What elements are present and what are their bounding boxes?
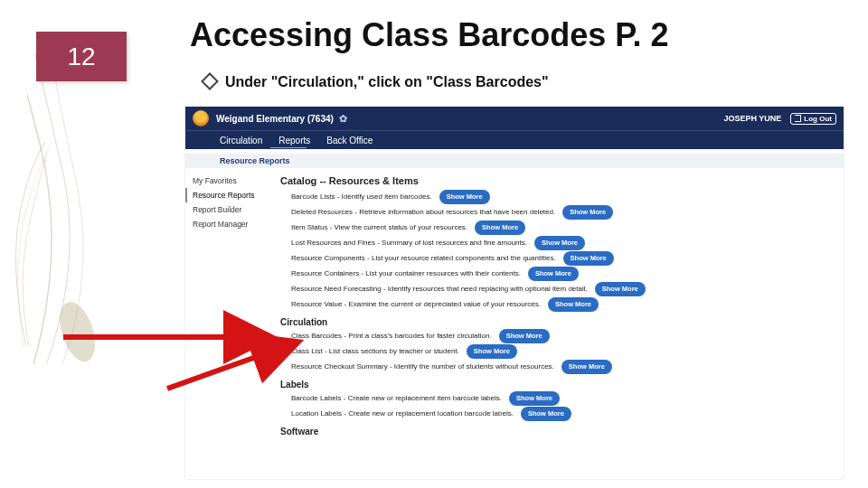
app-sidebar: My Favorites Resource Reports Report Bui… — [185, 174, 272, 231]
report-link[interactable]: Item Status - View the current status of… — [291, 221, 467, 234]
app-screenshot: Weigand Elementary (7634) ✿ JOSEPH YUNE … — [185, 107, 844, 479]
report-link-class-barcodes[interactable]: Class Barcodes - Print a class's barcode… — [291, 330, 492, 343]
report-row: Barcode Labels - Create new or replaceme… — [291, 391, 838, 406]
bullet-diamond-icon — [201, 72, 219, 90]
show-more-button[interactable]: Show More — [467, 344, 517, 359]
section-catalog-heading: Catalog -- Resources & Items — [280, 175, 838, 186]
school-logo-icon — [193, 110, 209, 127]
report-link[interactable]: Resource Containers - List your containe… — [291, 267, 521, 280]
report-link[interactable]: Lost Resources and Fines - Summary of lo… — [291, 237, 527, 249]
nav-underline-decoration — [270, 147, 307, 148]
nav-reports[interactable]: Reports — [278, 136, 310, 145]
breadcrumb: Resource Reports — [185, 154, 844, 168]
show-more-button[interactable]: Show More — [563, 251, 614, 266]
show-more-button[interactable]: Show More — [534, 236, 585, 250]
section-circulation-heading: Circulation — [280, 317, 838, 327]
app-topbar: Weigand Elementary (7634) ✿ JOSEPH YUNE … — [185, 107, 844, 130]
sidebar-item-favorites[interactable]: My Favorites — [185, 174, 272, 188]
svg-point-0 — [53, 297, 102, 364]
report-row: Resource Containers - List your containe… — [291, 267, 838, 281]
report-link[interactable]: Resource Checkout Summary - Identify the… — [291, 361, 554, 373]
show-more-button[interactable]: Show More — [562, 205, 613, 220]
sidebar-item-resource-reports[interactable]: Resource Reports — [185, 188, 272, 202]
app-navbar: Circulation Reports Back Office — [185, 130, 844, 149]
report-row: Resource Value - Examine the current or … — [291, 297, 838, 312]
app-main: Catalog -- Resources & Items Barcode Lis… — [280, 174, 838, 479]
nav-circulation[interactable]: Circulation — [220, 136, 262, 145]
report-link[interactable]: Resource Components - List your resource… — [291, 252, 556, 265]
nav-backoffice[interactable]: Back Office — [326, 136, 373, 145]
section-labels-heading: Labels — [280, 380, 838, 389]
report-link[interactable]: Barcode Lists - Identify used item barco… — [291, 191, 432, 203]
school-name: Weigand Elementary (7634) — [216, 114, 334, 124]
logout-button[interactable]: Log Out — [790, 113, 836, 125]
report-link[interactable]: Deleted Resources - Retrieve information… — [291, 206, 555, 219]
report-row: Barcode Lists - Identify used item barco… — [291, 190, 838, 204]
show-more-button[interactable]: Show More — [475, 221, 525, 235]
show-more-button[interactable]: Show More — [561, 360, 612, 374]
gear-icon[interactable]: ✿ — [339, 113, 347, 125]
report-row: Location Labels - Create new or replacem… — [291, 407, 838, 421]
report-row: Class List - List class sections by teac… — [291, 344, 838, 359]
user-name: JOSEPH YUNE — [723, 114, 781, 123]
page-number: 12 — [67, 42, 95, 71]
report-link[interactable]: Class List - List class sections by teac… — [291, 345, 459, 358]
report-row: Deleted Resources - Retrieve information… — [291, 205, 838, 220]
sidebar-item-report-manager[interactable]: Report Manager — [185, 217, 272, 231]
breadcrumb-text: Resource Reports — [220, 156, 290, 165]
show-more-button[interactable]: Show More — [521, 407, 571, 421]
show-more-button[interactable]: Show More — [439, 190, 490, 204]
slide-bullet-row: Under "Circulation," click on "Class Bar… — [203, 74, 549, 90]
report-link[interactable]: Resource Need Forecasting - Identify res… — [291, 283, 588, 296]
report-link[interactable]: Resource Value - Examine the current or … — [291, 298, 541, 311]
show-more-button[interactable]: Show More — [595, 282, 646, 296]
report-link[interactable]: Location Labels - Create new or replacem… — [291, 408, 514, 420]
show-more-button[interactable]: Show More — [548, 297, 599, 312]
decorative-leaf-center — [27, 54, 118, 488]
report-link[interactable]: Barcode Labels - Create new or replaceme… — [291, 392, 502, 405]
logout-label: Log Out — [804, 115, 832, 123]
slide-bullet-text: Under "Circulation," click on "Class Bar… — [225, 74, 549, 90]
report-row: Item Status - View the current status of… — [291, 221, 838, 235]
section-software-heading: Software — [280, 427, 838, 436]
show-more-button[interactable]: Show More — [509, 391, 560, 406]
slide-title: Accessing Class Barcodes P. 2 — [190, 16, 669, 54]
page-number-box: 12 — [36, 32, 127, 81]
report-row: Class Barcodes - Print a class's barcode… — [291, 329, 838, 343]
report-row: Resource Components - List your resource… — [291, 251, 838, 266]
show-more-button[interactable]: Show More — [499, 329, 550, 343]
report-row: Resource Checkout Summary - Identify the… — [291, 360, 838, 374]
show-more-button[interactable]: Show More — [528, 267, 579, 281]
sidebar-item-report-builder[interactable]: Report Builder — [185, 202, 272, 217]
report-row: Lost Resources and Fines - Summary of lo… — [291, 236, 838, 250]
report-row: Resource Need Forecasting - Identify res… — [291, 282, 838, 296]
